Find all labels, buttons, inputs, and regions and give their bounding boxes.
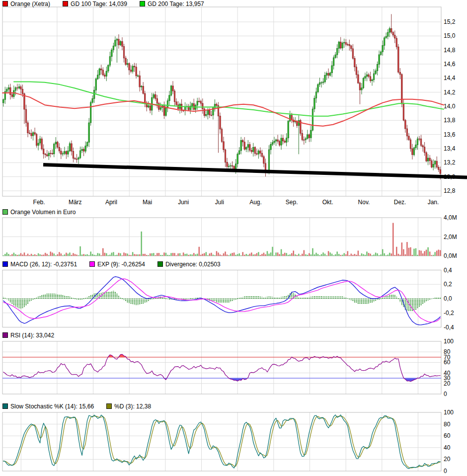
svg-text:12,8: 12,8 bbox=[444, 187, 456, 194]
stoch-k-label: Slow Stochastic %K (14): 15,66 bbox=[10, 403, 94, 410]
svg-text:15,2: 15,2 bbox=[444, 18, 456, 25]
svg-text:60: 60 bbox=[444, 359, 451, 366]
legend-item-stoch-k: Slow Stochastic %K (14): 15,66 bbox=[2, 403, 94, 410]
svg-text:40: 40 bbox=[444, 444, 451, 451]
volume-bars bbox=[3, 223, 441, 256]
svg-text:2,0M: 2,0M bbox=[444, 234, 457, 240]
rsi-panel bbox=[2, 341, 441, 394]
legend-item-gd100: GD 100 Tage: 14,039 bbox=[63, 0, 127, 7]
rsi-label: RSI (14): 33,042 bbox=[10, 332, 54, 339]
svg-text:14,0: 14,0 bbox=[444, 103, 456, 110]
legend-item-rsi: RSI (14): 33,042 bbox=[2, 332, 54, 339]
stoch-k-line bbox=[3, 415, 440, 469]
grid-layer bbox=[2, 7, 441, 471]
legend-item-divergence: Divergence: 0,02503 bbox=[157, 261, 221, 268]
svg-text:20: 20 bbox=[444, 380, 451, 387]
svg-text:April: April bbox=[105, 199, 117, 206]
gd200-swatch-icon bbox=[140, 1, 145, 6]
svg-text:100: 100 bbox=[444, 409, 454, 416]
svg-text:Feb.: Feb. bbox=[33, 199, 45, 206]
stoch-d-swatch-icon bbox=[106, 403, 112, 409]
volume-label: Orange Volumen in Euro bbox=[10, 209, 76, 216]
svg-text:Nov.: Nov. bbox=[358, 199, 370, 206]
gd200-line bbox=[14, 81, 444, 116]
svg-text:80: 80 bbox=[444, 421, 451, 428]
svg-text:Juni: Juni bbox=[178, 199, 189, 206]
instrument-label: Orange (Xetra) bbox=[10, 0, 50, 7]
svg-text:Jan.: Jan. bbox=[428, 199, 439, 206]
svg-text:0,0M: 0,0M bbox=[444, 252, 457, 259]
divergence-label: Divergence: 0,02503 bbox=[165, 261, 221, 268]
svg-text:-0,2: -0,2 bbox=[444, 310, 454, 317]
svg-text:-0,4: -0,4 bbox=[444, 324, 454, 331]
stoch-d-line bbox=[3, 416, 440, 468]
macd-panel bbox=[3, 277, 440, 325]
svg-text:Mai: Mai bbox=[143, 199, 152, 206]
svg-text:4,0M: 4,0M bbox=[444, 214, 457, 221]
svg-text:0,0: 0,0 bbox=[444, 295, 452, 302]
chart-page: 15,215,014,814,614,414,214,013,813,613,4… bbox=[0, 0, 467, 476]
svg-text:Sep.: Sep. bbox=[286, 199, 298, 206]
gd100-line bbox=[2, 93, 444, 126]
svg-text:20: 20 bbox=[444, 456, 451, 463]
exp-label: EXP (9): -0,26254 bbox=[97, 261, 145, 268]
exp-swatch-icon bbox=[89, 261, 95, 267]
svg-text:Okt.: Okt. bbox=[322, 199, 333, 206]
volume-legend: Orange Volumen in Euro bbox=[2, 209, 76, 215]
volume-panel bbox=[3, 223, 441, 256]
rsi-swatch-icon bbox=[2, 332, 8, 338]
svg-text:0,2: 0,2 bbox=[444, 281, 452, 288]
gd100-swatch-icon bbox=[63, 1, 68, 6]
legend-item-stoch-d: %D (3): 12,38 bbox=[106, 403, 151, 410]
macd-swatch-icon bbox=[2, 261, 8, 267]
svg-text:13,6: 13,6 bbox=[444, 131, 456, 138]
legend-item-exp: EXP (9): -0,26254 bbox=[89, 261, 145, 268]
svg-text:14,6: 14,6 bbox=[444, 61, 456, 68]
divergence-swatch-icon bbox=[157, 261, 163, 267]
stoch-d-label: %D (3): 12,38 bbox=[114, 403, 151, 410]
macd-legend: MACD (26, 12): -0,23751 EXP (9): -0,2625… bbox=[2, 261, 221, 267]
svg-text:13,4: 13,4 bbox=[444, 145, 456, 152]
svg-text:60: 60 bbox=[444, 432, 451, 439]
stoch-k-swatch-icon bbox=[2, 403, 8, 409]
svg-text:0: 0 bbox=[444, 391, 447, 397]
svg-text:13,8: 13,8 bbox=[444, 117, 456, 124]
gd100-label: GD 100 Tage: 14,039 bbox=[71, 0, 127, 7]
svg-text:14,2: 14,2 bbox=[444, 89, 456, 96]
svg-text:Aug.: Aug. bbox=[249, 199, 262, 206]
price-legend: Orange (Xetra) GD 100 Tage: 14,039 GD 20… bbox=[2, 0, 204, 7]
stoch-panel bbox=[3, 415, 440, 469]
instrument-swatch-icon bbox=[2, 1, 8, 6]
price-panel bbox=[2, 14, 444, 179]
svg-text:0,4: 0,4 bbox=[444, 267, 452, 274]
trendline-black bbox=[43, 165, 467, 178]
svg-text:14,4: 14,4 bbox=[444, 75, 456, 81]
stoch-legend: Slow Stochastic %K (14): 15,66 %D (3): 1… bbox=[2, 403, 151, 409]
svg-text:0: 0 bbox=[444, 468, 447, 475]
svg-text:14,8: 14,8 bbox=[444, 47, 456, 54]
svg-text:15,0: 15,0 bbox=[444, 32, 456, 39]
volume-swatch-icon bbox=[2, 209, 8, 215]
svg-text:100: 100 bbox=[444, 338, 454, 345]
svg-text:13,2: 13,2 bbox=[444, 159, 456, 166]
macd-label: MACD (26, 12): -0,23751 bbox=[10, 261, 77, 268]
candlestick-series bbox=[3, 14, 441, 179]
legend-item-instrument: Orange (Xetra) bbox=[2, 0, 50, 7]
svg-text:März: März bbox=[69, 199, 82, 206]
legend-item-gd200: GD 200 Tage: 13,957 bbox=[140, 0, 204, 7]
svg-text:Juli: Juli bbox=[215, 199, 224, 206]
legend-item-volume: Orange Volumen in Euro bbox=[2, 209, 76, 216]
rsi-legend: RSI (14): 33,042 bbox=[2, 332, 54, 338]
gd200-label: GD 200 Tage: 13,957 bbox=[148, 0, 204, 7]
svg-text:Dez.: Dez. bbox=[394, 199, 406, 206]
legend-item-macd: MACD (26, 12): -0,23751 bbox=[2, 261, 77, 268]
rsi-line bbox=[3, 354, 440, 382]
